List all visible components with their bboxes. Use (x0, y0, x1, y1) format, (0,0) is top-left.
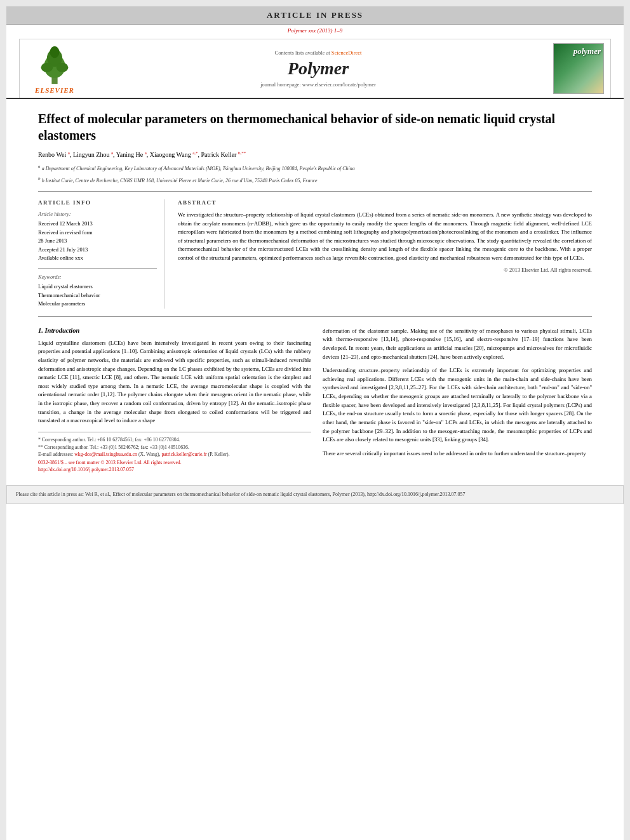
svg-point-4 (41, 62, 53, 72)
abstract-text: We investigated the structure–property r… (178, 211, 592, 263)
email-line: E-mail addresses: wkg-dce@mail.tsinghua.… (38, 451, 311, 458)
homepage-url: www.elsevier.com/locate/polymer (302, 81, 376, 88)
received-revised-date: 28 June 2013 (38, 237, 157, 246)
article-title: Effect of molecular parameters on thermo… (38, 110, 592, 143)
email-link-2[interactable]: patrick.keller@curie.fr (161, 451, 206, 457)
keywords-header: Keywords: (38, 274, 157, 280)
accepted-date: Accepted 21 July 2013 (38, 246, 157, 255)
available-online: Available online xxx (38, 254, 157, 263)
keywords-section: Keywords: Liquid crystal elastomers Ther… (38, 274, 157, 309)
affiliation-a: a a Department of Chemical Engineering, … (38, 163, 592, 173)
journal-homepage: journal homepage: www.elsevier.com/locat… (90, 81, 547, 88)
sciencedirect-line: Contents lists available at ScienceDirec… (90, 50, 547, 56)
intro-para-2: deformation of the elastomer sample. Mak… (323, 327, 592, 362)
article-info-col: ARTICLE INFO Article history: Received 1… (38, 199, 165, 309)
svg-point-3 (50, 46, 60, 58)
polymer-logo: polymer (553, 43, 604, 94)
intro-para-4: There are several critically important i… (323, 450, 592, 458)
info-abstract-row: ARTICLE INFO Article history: Received 1… (38, 192, 592, 317)
elsevier-label: ELSEVIER (35, 86, 74, 94)
received-revised-label: Received in revised form (38, 229, 157, 237)
elsevier-tree-icon (32, 44, 77, 85)
title-section: Effect of molecular parameters on thermo… (38, 99, 592, 192)
doi-anchor[interactable]: http://dx.doi.org/10.1016/j.polymer.2013… (38, 467, 134, 472)
section-intro-title: 1. Introduction (38, 327, 311, 334)
footnotes: * Corresponding author. Tel.: +86 10 627… (38, 432, 311, 458)
page: ARTICLE IN PRESS Polymer xxx (2013) 1–9 … (6, 6, 624, 840)
history-label: Article history: (38, 211, 157, 217)
citation-text: Please cite this article in press as: We… (16, 491, 466, 497)
authors: Renbo Wei a, Lingyun Zhou a, Yaning He a… (38, 150, 592, 159)
article-info-header: ARTICLE INFO (38, 199, 157, 206)
email-link-1[interactable]: wkg-dce@mail.tsinghua.edu.cn (74, 451, 137, 457)
body-col-left: 1. Introduction Liquid crystalline elast… (38, 327, 311, 472)
history-block: Article history: Received 12 March 2013 … (38, 211, 157, 263)
abstract-col: ABSTRACT We investigated the structure–p… (178, 199, 592, 309)
journal-ref: Polymer xxx (2013) 1–9 (288, 27, 343, 34)
affiliation-b: b b Institut Curie, Centre de Recherche,… (38, 175, 592, 185)
journal-center: Contents lists available at ScienceDirec… (83, 50, 553, 88)
footnote-2: ** Corresponding author. Tel.: +33 (0)1 … (38, 444, 311, 451)
citation-box: Please cite this article in press as: We… (6, 485, 624, 504)
journal-header: ELSEVIER Contents lists available at Sci… (6, 35, 624, 99)
keyword-3: Molecular parameters (38, 300, 157, 309)
elsevier-logo: ELSEVIER (26, 44, 83, 94)
article-content: Effect of molecular parameters on thermo… (6, 99, 624, 479)
keyword-2: Thermomechanical behavior (38, 291, 157, 300)
article-in-press-banner: ARTICLE IN PRESS (6, 6, 624, 25)
banner-text: ARTICLE IN PRESS (267, 10, 363, 20)
intro-para-1: Liquid crystalline elastomers (LCEs) hav… (38, 339, 311, 425)
received-1: Received 12 March 2013 (38, 220, 157, 229)
abstract-header: ABSTRACT (178, 199, 592, 206)
sciencedirect-link[interactable]: ScienceDirect (332, 50, 362, 56)
keyword-1: Liquid crystal elastomers (38, 283, 157, 291)
svg-point-5 (57, 62, 69, 72)
main-body: 1. Introduction Liquid crystalline elast… (38, 317, 592, 479)
journal-title: Polymer (90, 58, 547, 79)
intro-para-3: Understanding structure–property relatio… (323, 366, 592, 444)
body-col-right: deformation of the elastomer sample. Mak… (323, 327, 592, 472)
issn-line: 0032-3861/$ – see front matter © 2013 El… (38, 460, 311, 465)
copyright: © 2013 Elsevier Ltd. All rights reserved… (178, 267, 592, 273)
footnote-1: * Corresponding author. Tel.: +86 10 627… (38, 436, 311, 444)
doi-link[interactable]: http://dx.doi.org/10.1016/j.polymer.2013… (38, 467, 311, 472)
polymer-logo-text: polymer (573, 46, 601, 57)
